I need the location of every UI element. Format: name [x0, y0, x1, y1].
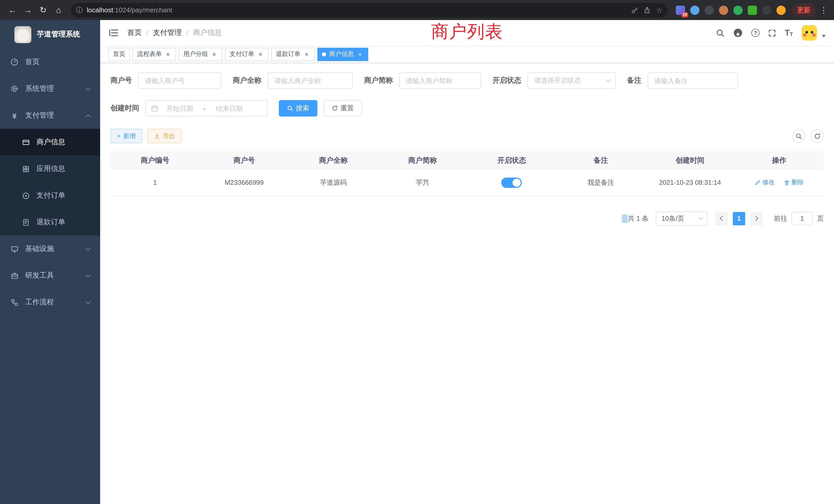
user-avatar[interactable] [802, 25, 817, 41]
export-button[interactable]: 导出 [147, 129, 182, 143]
font-size-icon[interactable]: TT [785, 29, 793, 37]
yen-icon: ¥ [10, 111, 19, 120]
status-toggle[interactable] [502, 178, 522, 188]
sidebar-item-dev-tools[interactable]: 研发工具 [0, 262, 100, 289]
page-number-1[interactable]: 1 [733, 212, 745, 225]
merchant-no-input[interactable] [138, 72, 221, 89]
extensions-area: 10 [676, 5, 786, 15]
key-icon[interactable] [631, 6, 639, 14]
help-icon[interactable]: ? [751, 29, 760, 37]
extension-icon-5[interactable] [733, 5, 743, 15]
remark-input[interactable] [648, 72, 738, 89]
reset-button[interactable]: 重置 [324, 100, 362, 116]
sidebar-logo[interactable]: 芋道管理系统 [0, 20, 100, 49]
header-merchant-id: 商户编号 [110, 152, 199, 170]
add-button[interactable]: + 新增 [110, 129, 142, 143]
top-navbar: 首页 / 支付管理 / 商户信息 ? [100, 20, 834, 46]
bookmark-star-icon[interactable]: ☆ [656, 6, 662, 14]
date-separator: - [201, 105, 208, 112]
chevron-down-icon [698, 215, 703, 220]
gear-icon [10, 85, 19, 93]
tab-merchant-info[interactable]: 商户信息× [317, 47, 368, 61]
tab-process-form[interactable]: 流程表单× [132, 47, 176, 61]
header-short-name: 商户简称 [378, 152, 467, 170]
extension-icon-6[interactable] [748, 5, 757, 15]
extension-icon-7[interactable] [762, 5, 771, 15]
header-status: 开启状态 [467, 152, 556, 170]
github-icon[interactable] [733, 28, 743, 38]
extension-icon-1[interactable]: 10 [676, 5, 685, 15]
close-icon[interactable]: × [164, 50, 172, 58]
short-name-input[interactable] [399, 72, 481, 89]
cell-merchant-id: 1 [110, 170, 199, 196]
sidebar-item-app-info[interactable]: 应用信息 [0, 156, 100, 182]
forward-icon[interactable]: → [21, 3, 35, 17]
status-select[interactable]: 请选择开启状态 [527, 72, 616, 89]
share-icon[interactable] [644, 6, 651, 14]
tab-pay-orders[interactable]: 支付订单× [225, 47, 269, 61]
pagination: 共 1 条 10条/页 1 前往 页 [110, 211, 824, 226]
pagination-total: 共 1 条 [628, 214, 649, 223]
toggle-search-button[interactable] [792, 129, 805, 143]
breadcrumb-separator: / [146, 29, 148, 37]
refresh-table-button[interactable] [810, 129, 824, 143]
extension-icon-4[interactable] [719, 5, 728, 15]
edit-link[interactable]: 修改 [755, 178, 775, 187]
extension-icon-8[interactable] [776, 5, 786, 15]
sidebar-item-home[interactable]: 首页 [0, 49, 100, 75]
search-button[interactable]: 搜索 [279, 100, 317, 116]
create-time-range-picker[interactable]: - [145, 100, 267, 116]
breadcrumb-home[interactable]: 首页 [127, 28, 142, 38]
close-icon[interactable]: × [303, 50, 310, 58]
close-icon[interactable]: × [257, 50, 264, 58]
page-size-select[interactable]: 10条/页 [656, 211, 707, 226]
close-icon[interactable]: × [356, 50, 364, 58]
full-name-input[interactable] [267, 72, 353, 89]
browser-update-button[interactable]: 更新 [792, 3, 815, 17]
back-icon[interactable]: ← [5, 3, 20, 17]
browser-toolbar: ← → ↻ ⌂ ⓘ localhost:1024/pay/merchant ☆ … [0, 0, 834, 20]
cell-merchant-no: M233666999 [199, 170, 289, 196]
date-end-input[interactable] [210, 105, 249, 112]
hamburger-icon[interactable] [108, 28, 118, 38]
full-name-label: 商户全称 [233, 76, 261, 85]
tab-refund-orders[interactable]: 退款订单× [271, 47, 315, 61]
breadcrumb-payment[interactable]: 支付管理 [153, 28, 182, 38]
sidebar-item-refund-orders[interactable]: 退款订单 [0, 209, 100, 235]
sidebar-item-system[interactable]: 系统管理 [0, 75, 100, 102]
extension-icon-3[interactable] [705, 5, 714, 15]
trash-icon [784, 179, 790, 186]
create-time-label: 创建时间 [110, 104, 139, 113]
kebab-menu-icon[interactable]: ⋮ [818, 5, 829, 15]
goto-page-input[interactable] [791, 212, 813, 225]
cell-actions: 修改 删除 [734, 170, 824, 196]
status-select-placeholder: 请选择开启状态 [534, 76, 581, 85]
address-bar[interactable]: ⓘ localhost:1024/pay/merchant ☆ [71, 3, 667, 17]
prev-page-button[interactable] [716, 212, 728, 225]
home-icon[interactable]: ⌂ [51, 3, 66, 17]
site-info-icon[interactable]: ⓘ [76, 5, 83, 15]
tab-home[interactable]: 首页 [108, 47, 130, 61]
extension-badge: 10 [681, 12, 688, 17]
sidebar-item-payment[interactable]: ¥ 支付管理 [0, 102, 100, 129]
sidebar-item-workflow[interactable]: 工作流程 [0, 289, 100, 316]
close-icon[interactable]: × [211, 50, 218, 58]
search-icon[interactable] [716, 28, 725, 37]
sidebar-item-label: 应用信息 [37, 164, 65, 174]
chevron-down-icon [86, 245, 91, 250]
fullscreen-icon[interactable] [768, 29, 776, 37]
date-start-input[interactable] [160, 105, 199, 112]
next-page-button[interactable] [750, 212, 763, 225]
table-row: 1 M233666999 芋道源码 芋艿 我是备注 2021-10-23 08:… [110, 170, 824, 196]
sidebar-item-pay-orders[interactable]: 支付订单 [0, 182, 100, 209]
page-unit-label: 页 [817, 214, 824, 223]
sidebar-item-infrastructure[interactable]: 基础设施 [0, 235, 100, 262]
table-header-row: 商户编号 商户号 商户全称 商户简称 开启状态 备注 创建时间 操作 [110, 152, 824, 170]
url-text[interactable]: localhost:1024/pay/merchant [87, 6, 627, 14]
tab-user-group[interactable]: 用户分组× [179, 47, 222, 61]
delete-link[interactable]: 删除 [784, 178, 804, 187]
reload-icon[interactable]: ↻ [36, 3, 50, 17]
sidebar-item-merchant-info[interactable]: 商户信息 [0, 129, 100, 156]
extension-icon-2[interactable] [690, 5, 699, 15]
sidebar: 芋道管理系统 首页 系统管理 ¥ 支付管理 [0, 20, 100, 504]
